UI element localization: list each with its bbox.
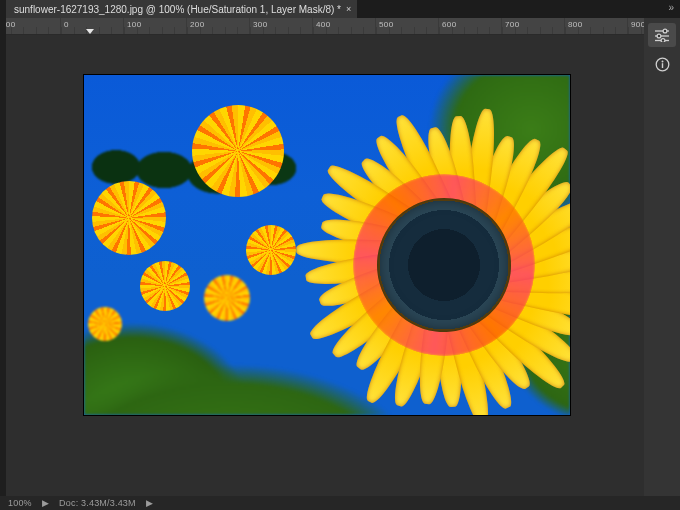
info-icon[interactable] xyxy=(648,52,676,76)
ruler-tick-label: 0 xyxy=(64,20,69,29)
status-bar: 100% ▶ Doc: 3.43M/3.43M ▶ xyxy=(0,496,680,510)
svg-rect-8 xyxy=(661,63,662,68)
ruler-tick-label: 300 xyxy=(253,20,268,29)
adjustments-icon[interactable] xyxy=(648,23,676,47)
svg-point-3 xyxy=(657,34,661,38)
tab-overflow-icon[interactable]: » xyxy=(668,2,674,13)
ruler-tick-label: 500 xyxy=(379,20,394,29)
document-canvas[interactable] xyxy=(84,75,570,415)
svg-point-7 xyxy=(661,60,663,62)
svg-point-1 xyxy=(663,29,667,33)
ruler-tick-label: 700 xyxy=(505,20,520,29)
ruler-tick-label: 200 xyxy=(190,20,205,29)
chevron-right-icon[interactable]: ▶ xyxy=(42,498,49,508)
ruler-tick-label: 900 xyxy=(631,20,644,29)
tab-bar: sunflower-1627193_1280.jpg @ 100% (Hue/S… xyxy=(6,0,680,18)
ruler-tick-label: 600 xyxy=(442,20,457,29)
svg-point-5 xyxy=(661,39,665,42)
canvas-area[interactable] xyxy=(6,35,644,496)
close-icon[interactable]: × xyxy=(346,5,351,14)
ruler-tick-label: 800 xyxy=(568,20,583,29)
collapsed-panel-dock xyxy=(644,18,680,496)
zoom-level[interactable]: 100% xyxy=(8,498,32,508)
document-tab-title: sunflower-1627193_1280.jpg @ 100% (Hue/S… xyxy=(14,4,341,15)
doc-size-info: Doc: 3.43M/3.43M xyxy=(59,498,136,508)
ruler-origin-marker xyxy=(86,29,94,34)
chevron-right-icon[interactable]: ▶ xyxy=(146,498,153,508)
ruler-tick-label: 200 xyxy=(6,20,16,29)
ruler-tick-label: 100 xyxy=(127,20,142,29)
horizontal-ruler[interactable]: 2000100200300400500600700800900100011001… xyxy=(6,18,644,35)
ruler-tick-label: 400 xyxy=(316,20,331,29)
document-tab[interactable]: sunflower-1627193_1280.jpg @ 100% (Hue/S… xyxy=(6,0,358,18)
app-root: sunflower-1627193_1280.jpg @ 100% (Hue/S… xyxy=(0,0,680,510)
